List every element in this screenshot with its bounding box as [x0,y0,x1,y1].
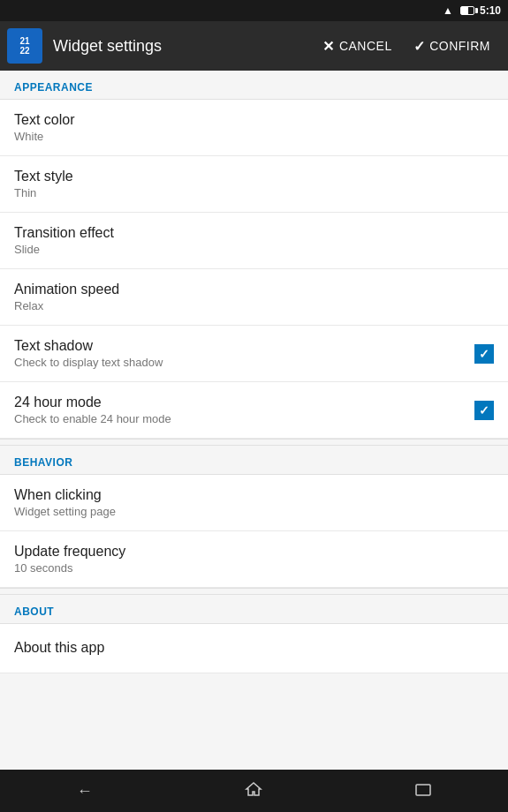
cancel-label: CANCEL [339,39,392,53]
section-divider-about [0,588,508,595]
list-item-animation-text: Animation speed Relax [14,282,494,312]
status-time: 5:10 [480,4,501,17]
list-item-when-clicking-text: When clicking Widget setting page [14,487,494,518]
24-hour-checkbox[interactable]: ✓ [474,401,494,420]
status-icons: ▲ 5:10 [443,4,501,17]
list-item-about-text: About this app [14,640,494,658]
action-buttons: ✕ CANCEL ✓ CONFIRM [312,31,501,62]
action-bar: 2122 Widget settings ✕ CANCEL ✓ CONFIRM [0,21,508,71]
list-item-update-freq-text: Update frequency 10 seconds [14,544,494,575]
transition-title: Transition effect [14,225,494,241]
list-item-about-app[interactable]: About this app [0,624,508,673]
app-icon-date: 2122 [19,36,29,56]
section-header-behavior: BEHAVIOR [0,446,508,474]
list-item-text-color[interactable]: Text color White [0,100,508,156]
about-app-title: About this app [14,640,494,656]
status-bar: ▲ 5:10 [0,0,508,21]
wifi-icon: ▲ [443,4,453,17]
svg-rect-0 [416,785,430,795]
list-item-24-hour-text: 24 hour mode Check to enable 24 hour mod… [14,395,474,425]
list-item-transition-effect[interactable]: Transition effect Slide [0,213,508,269]
app-icon: 2122 [7,28,42,64]
confirm-button[interactable]: ✓ CONFIRM [403,31,501,62]
animation-subtitle: Relax [14,299,494,312]
cancel-button[interactable]: ✕ CANCEL [312,31,402,62]
list-item-when-clicking[interactable]: When clicking Widget setting page [0,475,508,531]
list-item-transition-text: Transition effect Slide [14,225,494,256]
list-item-text-shadow-text: Text shadow Check to display text shadow [14,338,474,369]
text-color-title: Text color [14,112,494,128]
list-item-24-hour-mode[interactable]: 24 hour mode Check to enable 24 hour mod… [0,382,508,439]
list-item-update-frequency[interactable]: Update frequency 10 seconds [0,531,508,588]
text-shadow-checkbox[interactable]: ✓ [474,344,494,364]
back-button[interactable]: ← [67,773,102,808]
home-button[interactable] [236,773,271,808]
section-header-about: ABOUT [0,595,508,623]
text-shadow-subtitle: Check to display text shadow [14,356,474,369]
transition-subtitle: Slide [14,243,494,256]
content-area: APPEARANCE Text color White Text style T… [0,71,508,770]
home-icon [245,781,262,801]
24-hour-check-icon: ✓ [479,403,489,417]
when-clicking-title: When clicking [14,487,494,503]
back-icon: ← [77,782,93,801]
text-shadow-title: Text shadow [14,338,474,354]
list-item-text-color-text: Text color White [14,112,494,143]
confirm-label: CONFIRM [429,39,490,53]
update-freq-subtitle: 10 seconds [14,561,494,575]
nav-bar: ← [0,770,508,812]
text-color-subtitle: White [14,130,494,143]
list-item-text-style-text: Text style Thin [14,169,494,199]
text-style-title: Text style [14,169,494,184]
battery-icon [460,6,474,15]
list-item-text-shadow[interactable]: Text shadow Check to display text shadow… [0,326,508,382]
confirm-icon: ✓ [413,38,426,55]
update-freq-title: Update frequency [14,544,494,560]
when-clicking-subtitle: Widget setting page [14,505,494,518]
list-item-text-style[interactable]: Text style Thin [0,156,508,213]
animation-title: Animation speed [14,282,494,297]
section-divider-behavior [0,439,508,446]
page-title: Widget settings [53,37,312,56]
text-style-subtitle: Thin [14,186,494,199]
recents-button[interactable] [406,773,441,808]
recents-icon [415,782,431,801]
text-shadow-check-icon: ✓ [479,347,489,361]
24-hour-subtitle: Check to enable 24 hour mode [14,412,474,425]
section-header-appearance: APPEARANCE [0,71,508,99]
24-hour-title: 24 hour mode [14,395,474,410]
cancel-icon: ✕ [322,38,335,55]
list-item-animation-speed[interactable]: Animation speed Relax [0,269,508,326]
